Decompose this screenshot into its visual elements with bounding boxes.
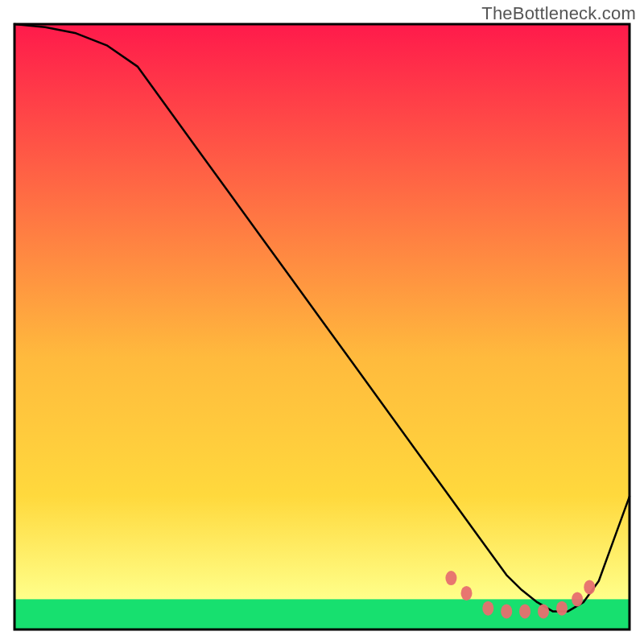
chart-container: TheBottleneck.com xyxy=(0,0,644,644)
curve-marker xyxy=(501,604,512,618)
curve-marker xyxy=(584,580,595,594)
plot-area xyxy=(14,24,630,630)
optimal-band xyxy=(14,599,630,630)
curve-marker xyxy=(538,604,549,618)
curve-marker xyxy=(445,571,456,585)
curve-marker xyxy=(519,604,530,618)
bottleneck-chart xyxy=(0,0,644,644)
curve-marker xyxy=(461,586,473,601)
chart-background-gradient xyxy=(14,24,630,630)
curve-marker xyxy=(556,601,568,616)
watermark-text: TheBottleneck.com xyxy=(481,3,636,24)
curve-marker xyxy=(572,592,583,606)
curve-marker xyxy=(482,601,493,616)
